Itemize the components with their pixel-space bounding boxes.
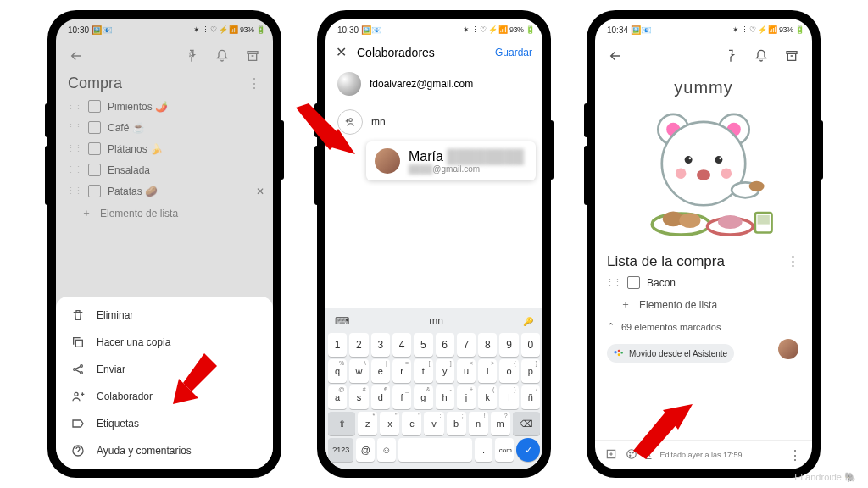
collaborator-avatar[interactable] — [778, 339, 798, 359]
list-item[interactable]: ⋮⋮Patatas 🥔✕ — [56, 180, 273, 202]
key[interactable]: r= — [392, 359, 411, 383]
key[interactable]: 5 — [414, 333, 432, 357]
key[interactable]: 6 — [436, 333, 454, 357]
key[interactable]: x" — [380, 412, 399, 435]
key[interactable]: q% — [328, 359, 347, 383]
svg-rect-0 — [248, 52, 258, 54]
key[interactable]: 3 — [371, 333, 390, 357]
add-person-icon[interactable] — [337, 109, 363, 135]
key[interactable]: w\ — [349, 359, 368, 383]
key[interactable]: m? — [491, 412, 510, 435]
svg-point-5 — [75, 392, 78, 396]
svg-rect-1 — [75, 340, 82, 347]
key[interactable]: k( — [478, 385, 497, 409]
key[interactable]: v: — [424, 412, 443, 435]
key[interactable]: u< — [457, 359, 476, 383]
at-key[interactable]: @ — [356, 438, 375, 462]
key[interactable]: h- — [436, 385, 454, 409]
emoji-key-icon[interactable]: ⌨︎ — [335, 315, 349, 327]
avatar — [375, 148, 400, 174]
key[interactable]: n! — [469, 412, 488, 435]
pin-icon[interactable] — [719, 44, 743, 68]
list-item[interactable]: ⋮⋮Café ☕ — [56, 117, 273, 138]
keyboard-suggestion[interactable]: mn — [429, 315, 443, 327]
archive-icon[interactable] — [241, 44, 264, 68]
more-icon[interactable]: ⋮ — [248, 75, 261, 92]
enter-key[interactable]: ✓ — [516, 438, 540, 462]
key[interactable]: 4 — [392, 333, 411, 357]
svg-point-41 — [632, 452, 633, 453]
archive-icon[interactable] — [780, 44, 804, 68]
delete-item-icon[interactable]: ✕ — [256, 186, 264, 197]
key[interactable]: d€ — [371, 385, 390, 409]
key[interactable]: e| — [371, 359, 390, 383]
svg-point-4 — [81, 372, 83, 374]
shift-key[interactable]: ⇧ — [328, 412, 355, 435]
key[interactable]: 8 — [478, 333, 497, 357]
more-icon[interactable]: ⋮ — [786, 252, 800, 270]
add-person-row[interactable]: mn — [326, 103, 542, 141]
sheet-labels[interactable]: Etiquetas — [56, 410, 273, 437]
add-person-input[interactable]: mn — [371, 116, 386, 128]
key[interactable]: f_ — [392, 385, 411, 409]
com-key[interactable]: .com — [495, 438, 514, 462]
sheet-copy[interactable]: Hacer una copia — [56, 329, 273, 356]
save-button[interactable]: Guardar — [495, 47, 532, 58]
back-icon[interactable] — [64, 44, 88, 68]
list-item[interactable]: ⋮⋮Plátanos 🍌 — [56, 138, 273, 159]
svg-point-26 — [749, 181, 765, 192]
assistant-chip[interactable]: Movido desde el Asistente — [607, 344, 734, 363]
key[interactable]: 7 — [457, 333, 476, 357]
list-item[interactable]: ⋮⋮Ensalada — [56, 159, 273, 180]
key[interactable]: p} — [521, 359, 540, 383]
key[interactable]: ñ/ — [521, 385, 540, 409]
keyboard-suggestion-bar[interactable]: ⌨︎ mn 🔑 — [328, 312, 540, 330]
pin-icon[interactable] — [180, 44, 203, 68]
key[interactable]: 0 — [521, 333, 540, 357]
sheet-send[interactable]: Enviar — [56, 356, 273, 383]
key[interactable]: l) — [499, 385, 518, 409]
sheet-delete[interactable]: Eliminar — [56, 302, 273, 329]
key[interactable]: i> — [478, 359, 497, 383]
key[interactable]: g& — [414, 385, 432, 409]
list-item[interactable]: ⋮⋮Pimientos 🌶️ — [56, 96, 273, 117]
sheet-help[interactable]: Ayuda y comentarios — [56, 437, 273, 464]
add-box-icon[interactable] — [605, 448, 617, 462]
emoji-key[interactable]: ☺ — [377, 438, 396, 462]
owner-row: fdoalvarez@gmail.com — [326, 65, 542, 103]
checked-items-toggle[interactable]: ⌃ 69 elementos marcados — [595, 316, 812, 337]
key[interactable]: t[ — [414, 359, 432, 383]
password-key-icon[interactable]: 🔑 — [523, 317, 533, 326]
key[interactable]: y] — [436, 359, 454, 383]
key[interactable]: 2 — [349, 333, 368, 357]
svg-point-23 — [721, 168, 732, 179]
add-list-item[interactable]: ＋Elemento de lista — [595, 293, 812, 316]
note-title[interactable]: Compra ⋮ — [56, 73, 273, 96]
sheet-collaborator[interactable]: Colaborador — [56, 383, 273, 410]
key[interactable]: s# — [349, 385, 368, 409]
key[interactable]: o{ — [499, 359, 518, 383]
symbols-key[interactable]: ?123 — [328, 438, 353, 462]
backspace-key[interactable]: ⌫ — [513, 412, 540, 435]
key[interactable]: 1 — [328, 333, 347, 357]
add-list-item[interactable]: ＋Elemento de lista — [56, 202, 273, 225]
key[interactable]: c' — [402, 412, 421, 435]
more-icon[interactable]: ⋮ — [788, 447, 802, 463]
key[interactable]: j+ — [457, 385, 476, 409]
reminder-icon[interactable] — [749, 44, 773, 68]
keyboard[interactable]: ⌨︎ mn 🔑 1234567890 q%w\e|r=t[y]u<i>o{p} … — [326, 308, 542, 469]
key[interactable]: 9 — [499, 333, 518, 357]
back-icon[interactable] — [604, 44, 627, 68]
key[interactable]: a@ — [328, 385, 347, 409]
reminder-icon[interactable] — [210, 44, 234, 68]
text-format-icon[interactable]: A — [646, 451, 652, 459]
key[interactable]: z* — [358, 412, 377, 435]
list-item[interactable]: ⋮⋮Bacon — [595, 272, 812, 293]
note-title[interactable]: Lista de la compra ⋮ — [595, 247, 812, 272]
space-key[interactable] — [398, 438, 472, 462]
period-key[interactable]: . — [475, 438, 493, 462]
close-icon[interactable]: ✕ — [336, 44, 347, 60]
contact-suggestion[interactable]: María ████████ ████@gmail.com — [366, 141, 536, 180]
key[interactable]: b; — [447, 412, 466, 435]
palette-icon[interactable] — [626, 448, 637, 462]
